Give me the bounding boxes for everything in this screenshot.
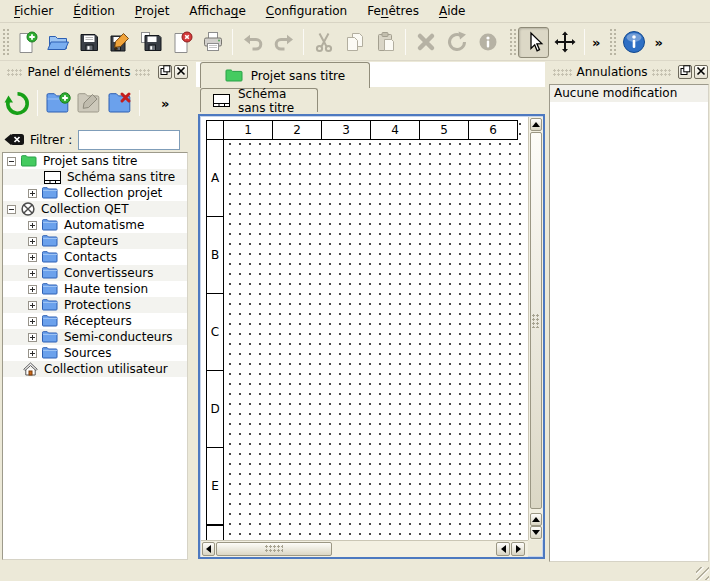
expand-icon[interactable] xyxy=(28,237,37,246)
vertical-scrollbar[interactable] xyxy=(528,117,543,540)
project-tab[interactable]: Projet sans titre xyxy=(200,62,370,88)
restore-icon xyxy=(160,65,171,79)
collapse-icon[interactable] xyxy=(7,205,16,214)
tree-item[interactable]: Haute tension xyxy=(3,281,187,297)
toolbar-overflow-button[interactable]: » xyxy=(589,35,603,50)
tree-item[interactable]: Convertisseurs xyxy=(3,265,187,281)
tree-item[interactable]: Automatisme xyxy=(3,217,187,233)
delete-button[interactable] xyxy=(410,27,441,58)
toolbar-overflow-button[interactable]: » xyxy=(651,35,665,50)
window-resize-grip[interactable] xyxy=(696,567,709,580)
rotate-button[interactable] xyxy=(441,27,472,58)
menu-2[interactable]: Projet xyxy=(125,1,180,21)
tree-item[interactable]: Capteurs xyxy=(3,233,187,249)
dock-grip xyxy=(553,69,572,76)
move-tool-button[interactable] xyxy=(549,27,580,58)
save-all-button[interactable] xyxy=(135,27,166,58)
expand-icon[interactable] xyxy=(28,253,37,262)
diagram-column-header: 4 xyxy=(370,120,420,140)
new-document-button[interactable] xyxy=(11,27,42,58)
float-panel-button[interactable] xyxy=(158,65,172,79)
diagram-tab-label: Schéma sans titre xyxy=(238,87,305,115)
menu-4[interactable]: Configuration xyxy=(256,1,357,21)
diagram-column-header: 6 xyxy=(468,120,518,140)
undo-list-item[interactable]: Aucune modification xyxy=(550,85,708,102)
diagram-tab[interactable]: Schéma sans titre xyxy=(200,88,318,112)
reload-collections-button[interactable] xyxy=(2,88,33,119)
expand-icon[interactable] xyxy=(28,285,37,294)
tree-item[interactable]: Contacts xyxy=(3,249,187,265)
menu-3[interactable]: Affichage xyxy=(179,1,255,21)
save-button[interactable] xyxy=(73,27,104,58)
toolbar-drag-handle[interactable] xyxy=(2,28,9,56)
edit-category-button[interactable] xyxy=(73,88,104,119)
expand-icon[interactable] xyxy=(28,333,37,342)
undo-history-list[interactable]: Aucune modification xyxy=(549,84,709,562)
information-button[interactable] xyxy=(472,27,503,58)
copy-button[interactable] xyxy=(339,27,370,58)
tree-item[interactable]: Collection projet xyxy=(3,185,187,201)
filter-label: Filtrer : xyxy=(30,133,72,147)
cut-button[interactable] xyxy=(308,27,339,58)
diagram-row-header: B xyxy=(206,216,224,294)
vertical-splitter[interactable] xyxy=(189,62,197,560)
diagram-column-header: 1 xyxy=(223,120,273,140)
menu-0[interactable]: Fichier xyxy=(4,1,63,21)
undo-panel-header[interactable]: Annulations xyxy=(548,63,708,81)
scroll-left-button[interactable] xyxy=(202,542,215,556)
tree-item[interactable]: Semi-conducteurs xyxy=(3,329,187,345)
panel-toolbar-overflow-button[interactable]: » xyxy=(158,96,172,111)
float-panel-button[interactable] xyxy=(678,65,692,79)
clear-filter-button[interactable] xyxy=(2,129,26,151)
expand-icon[interactable] xyxy=(28,189,37,198)
tree-item[interactable]: Sources xyxy=(3,345,187,361)
tree-item[interactable]: Projet sans titre xyxy=(3,153,187,169)
select-tool-button[interactable] xyxy=(518,27,549,58)
elements-panel-header[interactable]: Panel d'éléments xyxy=(2,63,188,81)
scroll-up-button[interactable] xyxy=(530,513,542,526)
scroll-right-button[interactable] xyxy=(511,542,525,556)
expand-icon[interactable] xyxy=(28,269,37,278)
tree-item[interactable]: Collection QET xyxy=(3,201,187,217)
print-button[interactable] xyxy=(197,27,228,58)
arrow-up-icon xyxy=(532,122,540,127)
close-panel-button[interactable] xyxy=(694,65,708,79)
scroll-up-button[interactable] xyxy=(530,118,542,131)
horizontal-scrollbar[interactable] xyxy=(201,540,528,557)
vertical-scroll-thumb[interactable] xyxy=(530,132,542,509)
toolbar-drag-handle[interactable] xyxy=(609,28,616,56)
about-qet-button[interactable] xyxy=(618,27,649,58)
tree-item[interactable]: Schéma sans titre xyxy=(3,169,187,185)
collapse-icon[interactable] xyxy=(7,157,16,166)
scroll-left-button[interactable] xyxy=(496,542,510,556)
save-as-button[interactable] xyxy=(104,27,135,58)
undo-icon xyxy=(241,30,265,54)
expand-icon[interactable] xyxy=(28,349,37,358)
toolbar-drag-handle[interactable] xyxy=(509,28,516,56)
new-category-button[interactable] xyxy=(42,88,73,119)
open-document-button[interactable] xyxy=(42,27,73,58)
diagram-canvas[interactable]: 123456 ABCDE xyxy=(201,117,528,540)
tree-item[interactable]: Collection utilisateur xyxy=(3,361,187,377)
menu-1[interactable]: Édition xyxy=(63,1,125,21)
horizontal-scroll-thumb[interactable] xyxy=(216,542,332,556)
menu-5[interactable]: Fenêtres xyxy=(357,1,429,21)
tree-item[interactable]: Protections xyxy=(3,297,187,313)
tree-item[interactable]: Récepteurs xyxy=(3,313,187,329)
tree-item-label: Semi-conducteurs xyxy=(64,329,173,345)
expand-icon[interactable] xyxy=(28,317,37,326)
close-file-button[interactable] xyxy=(166,27,197,58)
delete-category-button[interactable] xyxy=(104,88,135,119)
redo-button[interactable] xyxy=(268,27,299,58)
scroll-down-button[interactable] xyxy=(530,526,542,539)
filter-input[interactable] xyxy=(78,130,180,150)
toolbar-separator xyxy=(405,29,406,55)
expand-icon[interactable] xyxy=(28,301,37,310)
green-folder-icon xyxy=(225,69,243,82)
elements-tree[interactable]: Projet sans titreSchéma sans titreCollec… xyxy=(2,152,188,560)
menu-6[interactable]: Aide xyxy=(429,1,476,21)
undo-button[interactable] xyxy=(237,27,268,58)
paste-button[interactable] xyxy=(370,27,401,58)
close-panel-button[interactable] xyxy=(174,65,188,79)
expand-icon[interactable] xyxy=(28,221,37,230)
